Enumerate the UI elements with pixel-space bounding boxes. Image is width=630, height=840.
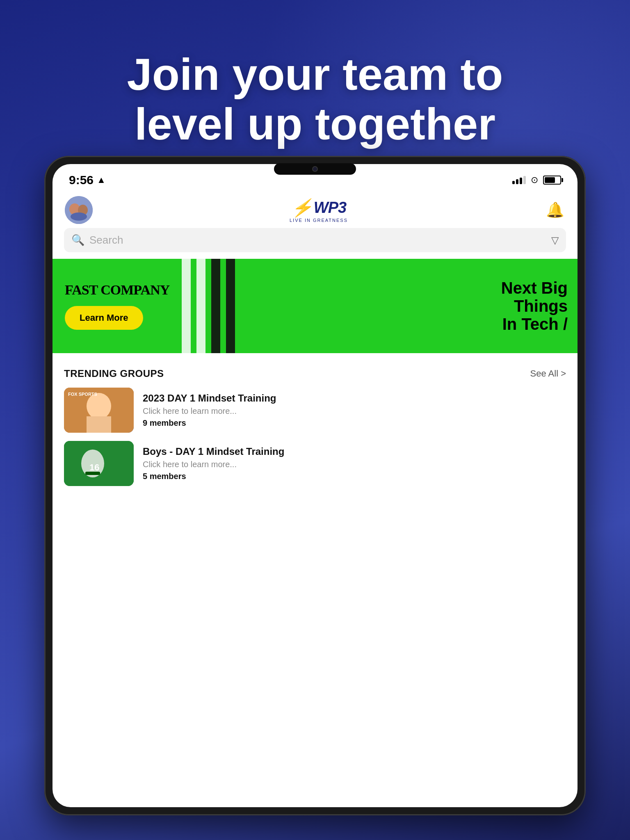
group-item[interactable]: 16 Boys - DAY 1 Mindset Training Click h… <box>64 441 566 486</box>
avatar[interactable] <box>65 196 93 224</box>
group-image: FOX SPORTS <box>64 388 134 433</box>
hero-title-block: Join your team to level up together <box>0 49 630 148</box>
trending-groups-section: TRENDING GROUPS See All > FOX LA B4 FOX … <box>52 361 578 501</box>
svg-rect-6 <box>87 416 111 433</box>
group-name: Boys - DAY 1 Mindset Training <box>143 446 566 457</box>
ad-brand-name: FAST COMPANY <box>65 282 169 298</box>
group-image: 16 <box>64 441 134 486</box>
stripe-4 <box>226 259 235 353</box>
app-screen: 9:56 ▲ ⊙ <box>52 164 578 807</box>
status-icons: ⊙ <box>512 175 561 185</box>
notification-bell-button[interactable]: 🔔 <box>545 200 565 220</box>
avatar-image <box>65 196 93 224</box>
section-title: TRENDING GROUPS <box>64 368 164 379</box>
battery-icon <box>543 176 561 185</box>
group-thumbnail: 16 <box>64 441 134 486</box>
ad-banner: FAST COMPANY Learn More Next Big Things … <box>52 259 578 353</box>
see-all-button[interactable]: See All > <box>530 368 566 379</box>
ad-tagline: Next Big Things In Tech / <box>501 279 578 333</box>
tablet-device: 9:56 ▲ ⊙ <box>44 156 586 815</box>
bolt-icon: ⚡ <box>291 198 312 218</box>
svg-point-3 <box>71 212 87 221</box>
signal-icon <box>512 176 526 184</box>
group-info: Boys - DAY 1 Mindset Training Click here… <box>143 446 566 481</box>
learn-more-button[interactable]: Learn More <box>65 306 143 330</box>
group-info: 2023 DAY 1 Mindset Training Click here t… <box>143 393 566 428</box>
svg-point-5 <box>87 393 111 419</box>
group-members-count: 9 members <box>143 418 566 428</box>
group-description: Click here to learn more... <box>143 460 566 469</box>
svg-text:16: 16 <box>89 462 99 472</box>
filter-icon[interactable]: ▽ <box>551 235 559 246</box>
stripe-2 <box>196 259 205 353</box>
logo-subtitle: LIVE IN GREATNESS <box>290 218 348 223</box>
group-name: 2023 DAY 1 Mindset Training <box>143 393 566 404</box>
ad-stripes <box>182 259 235 353</box>
group-description: Click here to learn more... <box>143 406 566 416</box>
wifi-icon: ⊙ <box>531 175 538 185</box>
dynamic-island <box>274 163 356 175</box>
battery-fill <box>545 177 555 183</box>
app-header: ⚡ WP3 LIVE IN GREATNESS 🔔 <box>52 192 578 228</box>
hero-title: Join your team to level up together <box>33 49 597 148</box>
section-header: TRENDING GROUPS See All > <box>64 368 566 379</box>
svg-text:FOX SPORTS: FOX SPORTS <box>68 392 97 397</box>
group-item[interactable]: FOX LA B4 FOX SPORTS 2023 DAY 1 Mindset … <box>64 388 566 433</box>
search-input[interactable]: Search <box>89 234 546 247</box>
bell-icon: 🔔 <box>546 201 564 219</box>
status-time: 9:56 ▲ <box>69 173 106 187</box>
ad-left-content: FAST COMPANY Learn More <box>52 272 182 340</box>
stripe-1 <box>182 259 191 353</box>
app-logo: ⚡ WP3 LIVE IN GREATNESS <box>290 198 348 223</box>
location-arrow-icon: ▲ <box>97 175 106 185</box>
logo-text: ⚡ WP3 <box>291 198 346 218</box>
group-members-count: 5 members <box>143 472 566 481</box>
stripe-3 <box>211 259 220 353</box>
front-camera <box>312 166 318 172</box>
ad-graphic: Next Big Things In Tech / <box>182 259 578 353</box>
search-bar[interactable]: 🔍 Search ▽ <box>64 228 566 252</box>
group-thumbnail: FOX LA B4 FOX SPORTS <box>64 388 134 433</box>
search-icon: 🔍 <box>71 234 84 247</box>
